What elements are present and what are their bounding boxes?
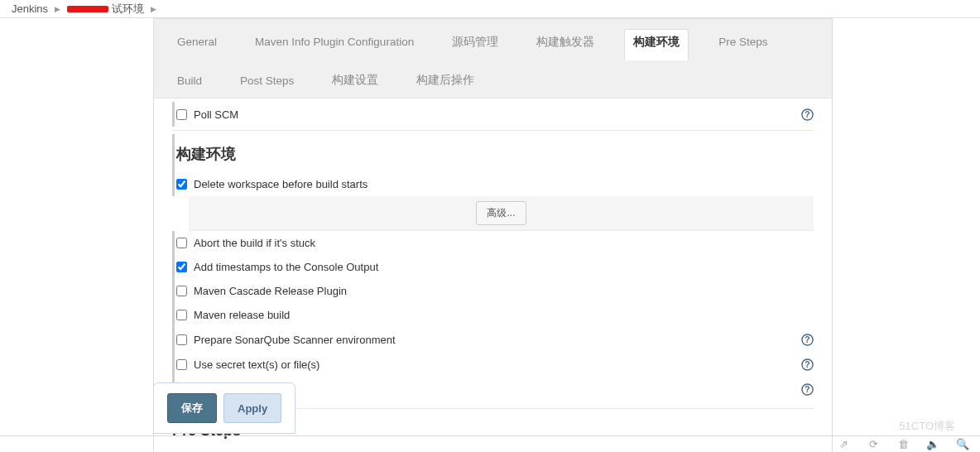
breadcrumb-root[interactable]: Jenkins [12,2,48,15]
help-icon[interactable]: ? [800,382,814,396]
env-option-label: Add timestamps to the Console Output [194,261,378,273]
svg-text:?: ? [805,110,809,119]
delete-workspace-checkbox[interactable] [176,179,187,190]
env-option-row: Prepare SonarQube Scanner environment ? [172,327,814,352]
svg-text:?: ? [805,385,809,394]
save-button[interactable]: 保存 [167,393,217,423]
tab-maven-info[interactable]: Maven Info Plugin Configuration [247,31,422,58]
tab-post-steps[interactable]: Post Steps [232,70,302,97]
poll-scm-row: Poll SCM ? [172,102,814,127]
sonarqube-checkbox[interactable] [176,334,187,345]
breadcrumb-item[interactable]: 试环境 [112,2,144,17]
timestamps-checkbox[interactable] [176,262,187,272]
env-option-label: Use secret text(s) or file(s) [194,358,319,371]
svg-text:?: ? [805,360,809,369]
poll-scm-label: Poll SCM [194,108,238,121]
sound-icon[interactable]: 🔈 [927,439,939,450]
abort-stuck-checkbox[interactable] [176,238,187,248]
maven-release-checkbox[interactable] [176,310,187,320]
poll-scm-checkbox[interactable] [176,109,187,120]
tab-build-env[interactable]: 构建环境 [624,29,689,60]
tab-triggers[interactable]: 构建触发器 [528,30,603,60]
env-option-row: Maven Cascade Release Plugin [172,279,814,303]
bottom-toolbar: ⇗ ⟳ 🗑 🔈 🔍 [0,435,980,452]
env-option-label: Prepare SonarQube Scanner environment [194,334,396,346]
advanced-button[interactable]: 高级... [476,201,526,225]
advanced-row: 高级... [189,196,814,231]
redacted-crumb [67,6,108,12]
tab-build[interactable]: Build [169,70,210,97]
rocket-icon[interactable]: ⇗ [838,439,849,450]
env-option-label: Maven Cascade Release Plugin [194,285,347,297]
maven-cascade-checkbox[interactable] [176,286,187,296]
watermark: 51CTO博客 [899,419,955,434]
refresh-icon[interactable]: ⟳ [867,439,879,450]
section-build-env-title: 构建环境 [172,134,814,172]
env-option-row: Add timestamps to the Console Output [172,255,814,279]
env-option-row: Delete workspace before build starts [172,172,814,196]
breadcrumb: Jenkins ▶ 试环境 ▶ [0,0,980,18]
env-option-label: Maven release build [194,309,290,321]
env-option-label: Abort the build if it's stuck [194,237,315,249]
chevron-right-icon: ▶ [55,5,60,13]
tab-pre-steps[interactable]: Pre Steps [710,31,776,58]
secret-text-checkbox[interactable] [176,359,187,370]
env-option-row: Maven release build [172,303,814,327]
env-option-label: Delete workspace before build starts [194,178,368,190]
trash-icon[interactable]: 🗑 [897,439,909,450]
tab-build-settings[interactable]: 构建设置 [324,68,387,98]
search-icon[interactable]: 🔍 [957,439,968,450]
help-icon[interactable]: ? [800,108,814,121]
footer-actions: 保存 Apply [153,382,295,434]
chevron-right-icon: ▶ [151,5,156,13]
tab-general[interactable]: General [169,31,225,58]
help-icon[interactable]: ? [800,333,814,346]
tab-scm[interactable]: 源码管理 [444,30,507,60]
apply-button[interactable]: Apply [223,393,281,423]
help-icon[interactable]: ? [800,358,814,371]
env-option-row: Use secret text(s) or file(s) ? [172,352,814,377]
tab-post-build[interactable]: 构建后操作 [408,68,483,98]
config-tabs: General Maven Info Plugin Configuration … [154,19,832,99]
svg-text:?: ? [805,335,809,344]
env-option-row: Abort the build if it's stuck [172,231,814,255]
